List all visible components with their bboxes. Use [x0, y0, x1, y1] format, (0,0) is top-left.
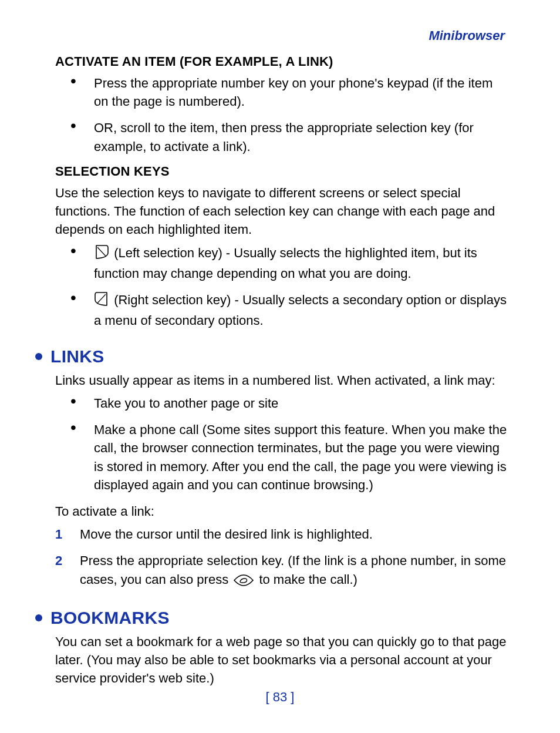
- links-title: LINKS: [50, 347, 104, 366]
- list-item: (Left selection key) - Usually selects t…: [70, 244, 507, 283]
- bookmarks-intro: You can set a bookmark for a web page so…: [55, 633, 507, 688]
- call-key-icon: [233, 573, 254, 591]
- right-selection-key-icon: [94, 291, 109, 311]
- activate-heading: ACTIVATE AN ITEM (FOR EXAMPLE, A LINK): [55, 54, 507, 69]
- step-text-b: to make the call.): [259, 572, 357, 587]
- section-bullet-icon: [35, 614, 42, 621]
- activate-list: Press the appropriate number key on your…: [70, 74, 507, 156]
- links-title-row: LINKS: [53, 347, 507, 366]
- left-key-text: (Left selection key) - Usually selects t…: [94, 246, 477, 281]
- links-list: Take you to another page or site Make a …: [70, 394, 507, 494]
- list-item: OR, scroll to the item, then press the a…: [70, 119, 507, 155]
- bookmarks-title: BOOKMARKS: [50, 608, 170, 628]
- list-item: Press the appropriate number key on your…: [70, 74, 507, 110]
- bookmarks-title-row: BOOKMARKS: [53, 608, 507, 628]
- section-bullet-icon: [35, 353, 42, 360]
- page: Minibrowser ACTIVATE AN ITEM (FOR EXAMPL…: [0, 0, 560, 733]
- to-activate-text: To activate a link:: [55, 502, 507, 520]
- step-number: 1: [55, 525, 62, 543]
- left-selection-key-icon: [94, 244, 109, 264]
- page-header: Minibrowser: [53, 28, 507, 43]
- selection-intro: Use the selection keys to navigate to di…: [55, 184, 507, 239]
- step-number: 2: [55, 552, 62, 570]
- list-item: (Right selection key) - Usually selects …: [70, 291, 507, 329]
- step-text: Move the cursor until the desired link i…: [80, 527, 373, 542]
- page-number: [ 83 ]: [0, 690, 560, 705]
- right-key-text: (Right selection key) - Usually selects …: [94, 292, 507, 328]
- links-intro: Links usually appear as items in a numbe…: [55, 371, 507, 389]
- activate-steps: 1 Move the cursor until the desired link…: [55, 525, 507, 591]
- selection-list: (Left selection key) - Usually selects t…: [70, 244, 507, 330]
- list-item: Take you to another page or site: [70, 394, 507, 412]
- step-item: 2 Press the appropriate selection key. (…: [55, 552, 507, 591]
- step-item: 1 Move the cursor until the desired link…: [55, 525, 507, 543]
- selection-heading: SELECTION KEYS: [55, 164, 507, 179]
- list-item: Make a phone call (Some sites support th…: [70, 421, 507, 494]
